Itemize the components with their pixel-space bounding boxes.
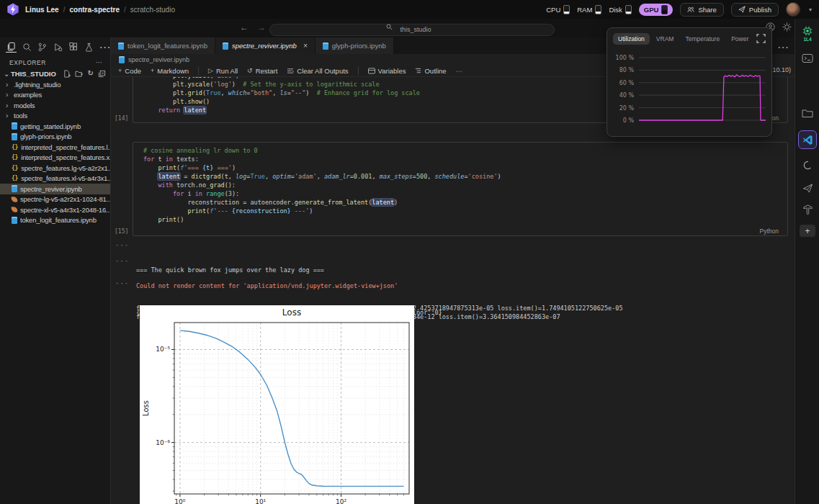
- chevron-down-icon: ⌄: [4, 70, 9, 78]
- share-button[interactable]: Share: [680, 3, 723, 17]
- source-control-icon[interactable]: [37, 42, 48, 53]
- tensorboard-plugin-button[interactable]: [795, 204, 819, 215]
- binary-file-icon: [11, 196, 17, 202]
- sync-plugin-button[interactable]: [795, 160, 819, 171]
- chevron-down-icon[interactable]: ▾: [809, 6, 812, 13]
- loss-chart: 10⁰10¹10²10⁻⁵10⁻⁶LossLoss: [140, 305, 414, 504]
- vscode-plugin-button[interactable]: [795, 131, 819, 148]
- explorer-title: EXPLORER: [9, 59, 46, 66]
- test-beaker-icon[interactable]: [84, 42, 94, 53]
- svg-text:60 %: 60 %: [619, 80, 635, 86]
- run-all-button[interactable]: ▷Run All: [208, 67, 238, 75]
- file-item[interactable]: token_logit_features.ipynb: [0, 215, 110, 226]
- forward-arrow-icon[interactable]: →: [257, 22, 266, 32]
- cell-code[interactable]: # cosine annealing lr down to 0for t in …: [133, 143, 787, 224]
- toolbar-more-icon[interactable]: ⋯: [456, 67, 463, 75]
- back-arrow-icon[interactable]: ←: [240, 22, 249, 32]
- publish-label: Publish: [749, 6, 771, 14]
- output-overflow-button[interactable]: ···: [115, 241, 129, 251]
- editor-more-icon[interactable]: ⋯: [777, 40, 789, 54]
- add-code-button[interactable]: +Code: [118, 67, 141, 75]
- disk-metric[interactable]: Disk: [609, 5, 631, 14]
- breadcrumb-owner[interactable]: Linus Lee: [25, 6, 59, 14]
- file-item[interactable]: glyph-priors.ipynb: [0, 132, 110, 143]
- tab-token-logit-features[interactable]: token_logit_features.ipynb: [111, 37, 215, 54]
- more-icon[interactable]: ⋯: [99, 42, 110, 53]
- restart-icon: ↺: [247, 67, 253, 74]
- gpu-machine-button[interactable]: 1L4: [795, 26, 819, 42]
- new-file-icon[interactable]: [63, 70, 71, 78]
- output-overflow-button[interactable]: ···: [115, 279, 129, 289]
- svg-text:20 %: 20 %: [619, 105, 635, 112]
- breadcrumb-studio[interactable]: scratch-studio: [130, 6, 175, 14]
- tab-glyph-priors[interactable]: glyph-priors.ipynb: [315, 37, 394, 54]
- run-debug-icon[interactable]: [53, 42, 63, 53]
- ram-metric[interactable]: RAM: [577, 5, 601, 14]
- gpu-tab-vram[interactable]: VRAM: [651, 33, 679, 45]
- expand-icon[interactable]: [756, 34, 766, 45]
- publish-button[interactable]: Publish: [731, 3, 779, 17]
- folder-item[interactable]: ›.lightning_studio: [0, 79, 110, 90]
- user-avatar[interactable]: [786, 2, 800, 17]
- plus-icon: +: [800, 225, 815, 237]
- breadcrumb-filename: spectre_reviver.ipynb: [128, 56, 189, 63]
- clear-outputs-button[interactable]: Clear All Outputs: [287, 67, 348, 75]
- extensions-icon[interactable]: [68, 42, 79, 53]
- run-icon: ▷: [208, 67, 213, 74]
- new-folder-icon[interactable]: [75, 70, 84, 78]
- file-item[interactable]: spectre_reviver.ipynb: [0, 184, 110, 194]
- gpu-metric[interactable]: GPU: [639, 4, 673, 16]
- vscode-icon: [802, 135, 813, 145]
- variables-button[interactable]: Variables: [368, 67, 406, 75]
- gear-icon[interactable]: [782, 22, 792, 32]
- file-item[interactable]: spectre-xl-v5-a4r3x1-2048-16...: [0, 204, 110, 215]
- folder-item[interactable]: ›models: [0, 100, 110, 111]
- add-markdown-button[interactable]: +Markdown: [151, 67, 189, 75]
- binary-file-icon: [11, 207, 17, 213]
- variables-icon: [368, 68, 375, 74]
- folder-item[interactable]: ›examples: [0, 90, 110, 101]
- search-input[interactable]: [269, 24, 555, 36]
- search-panel-icon[interactable]: [22, 42, 32, 53]
- notebook-icon: [223, 42, 228, 50]
- gpu-tab-power[interactable]: Power: [726, 33, 753, 45]
- breadcrumb-repo[interactable]: contra-spectre: [69, 6, 119, 14]
- gpu-tab-temperature[interactable]: Temperature: [680, 33, 725, 45]
- cpu-metric[interactable]: CPU: [546, 5, 570, 14]
- divider: [198, 67, 199, 75]
- tab-label: spectre_reviver.ipynb: [232, 42, 297, 50]
- file-item[interactable]: getting_started.ipynb: [0, 121, 110, 132]
- file-item[interactable]: {}interpreted_spectre_features.l...: [0, 142, 110, 153]
- deploy-plugin-button[interactable]: [795, 183, 819, 194]
- notebook-icon: [323, 42, 328, 50]
- tab-label: token_logit_features.ipynb: [127, 42, 207, 50]
- lightning-logo[interactable]: [6, 3, 19, 16]
- restart-button[interactable]: ↺Restart: [247, 67, 277, 75]
- tree-root[interactable]: ⌄ THIS_STUDIO ↻: [0, 68, 110, 79]
- close-icon[interactable]: ×: [303, 42, 308, 50]
- divider: [358, 67, 359, 75]
- svg-text:0 %: 0 %: [623, 117, 635, 124]
- gpu-tab-utilization[interactable]: Utilization: [613, 33, 650, 45]
- cell-language[interactable]: Python: [760, 228, 779, 235]
- outline-button[interactable]: Outline: [415, 67, 446, 75]
- tab-spectre-reviver[interactable]: spectre_reviver.ipynb ×: [215, 37, 315, 54]
- file-item[interactable]: spectre-lg-v5-a2r2x1-1024-81...: [0, 194, 110, 205]
- terminal-icon: [802, 53, 813, 63]
- add-plugin-button[interactable]: +: [795, 225, 819, 237]
- terminal-button[interactable]: [795, 53, 819, 63]
- collapse-all-icon[interactable]: [98, 70, 106, 78]
- file-item[interactable]: {}interpreted_spectre_features.x...: [0, 153, 110, 163]
- output-overflow-button[interactable]: ···: [115, 257, 129, 266]
- breadcrumb-separator: /: [63, 6, 66, 14]
- explorer-more-icon[interactable]: ⋯: [95, 58, 103, 66]
- file-item[interactable]: {}spectre_features.xl-v5-a4r3x1...: [0, 174, 110, 184]
- tree-root-label: THIS_STUDIO: [11, 70, 56, 78]
- files-icon[interactable]: [6, 41, 17, 53]
- file-manager-button[interactable]: [795, 109, 819, 118]
- refresh-icon[interactable]: ↻: [88, 70, 94, 78]
- file-item[interactable]: {}spectre_features.lg-v5-a2r2x1...: [0, 163, 110, 174]
- notebook-scroll-area[interactable]: plt.ylabel('Loss') plt.yscale('log') # S…: [111, 77, 795, 504]
- code-cell[interactable]: # cosine annealing lr down to 0for t in …: [133, 142, 788, 236]
- folder-item[interactable]: ›tools: [0, 111, 110, 122]
